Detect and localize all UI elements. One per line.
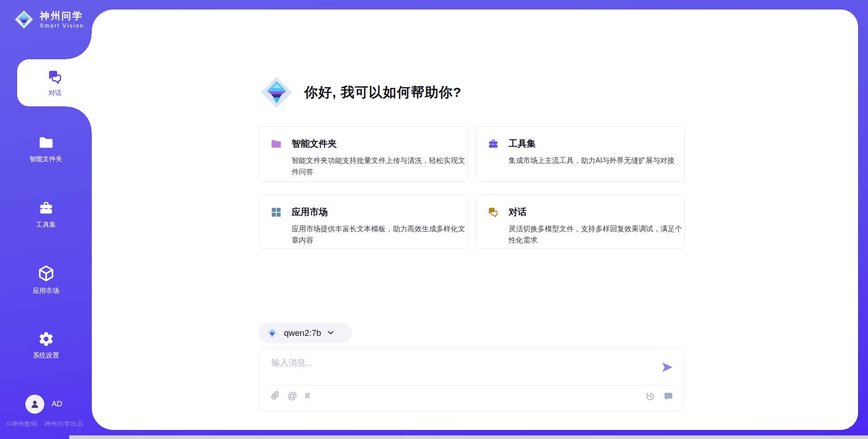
composer-right-tools xyxy=(645,391,674,401)
main-content-panel: 你好, 我可以如何帮助你? 智能文件夹 智能文件夹功能支持批量文件上传与清洗，轻… xyxy=(92,10,858,430)
sidebar-item-label: 系统设置 xyxy=(33,351,59,360)
user-initials: AD xyxy=(52,400,62,409)
brand-name: 神州问学 xyxy=(40,10,84,21)
card-description: 智能文件夹功能支持批量文件上传与清洗，轻松实现文件问答 xyxy=(292,155,466,177)
sidebar-item-settings[interactable]: 系统设置 xyxy=(0,331,92,360)
card-description: 集成市场上主流工具，助力AI与外界无缝扩展与对接 xyxy=(509,155,683,166)
brand: 神州问学 Smart Vision xyxy=(14,9,84,30)
mention-icon[interactable]: @ xyxy=(288,391,297,400)
toolbox-icon xyxy=(38,200,54,216)
copyright: ©神州数码 · 神州问学出品 xyxy=(6,420,84,428)
composer-tools: @ # xyxy=(270,391,310,400)
model-selector[interactable]: qwen2:7b xyxy=(259,323,352,343)
sidebar-item-chat[interactable]: 对话 xyxy=(17,59,93,106)
chat-bubble-icon[interactable] xyxy=(663,392,674,401)
card-toolset[interactable]: 工具集 集成市场上主流工具，助力AI与外界无缝扩展与对接 xyxy=(476,126,685,182)
card-chat[interactable]: 对话 灵活切换多模型文件，支持多样回复效果调试，满足个性化需求 xyxy=(476,195,685,249)
card-smart-folders[interactable]: 智能文件夹 智能文件夹功能支持批量文件上传与清洗，轻松实现文件问答 xyxy=(259,126,468,182)
card-description: 灵活切换多模型文件，支持多样回复效果调试，满足个性化需求 xyxy=(509,223,683,246)
composer-divider xyxy=(268,385,676,386)
brand-gem-icon xyxy=(259,75,294,110)
user-profile[interactable]: AD xyxy=(25,395,62,414)
tab-curve-bottom xyxy=(66,106,92,132)
app-root: 你好, 我可以如何帮助你? 智能文件夹 智能文件夹功能支持批量文件上传与清洗，轻… xyxy=(0,0,868,439)
brand-gem-icon xyxy=(14,9,34,30)
chat-icon xyxy=(487,206,499,218)
history-icon[interactable] xyxy=(645,391,655,401)
send-icon[interactable] xyxy=(660,361,674,374)
sidebar-item-label: 应用市场 xyxy=(33,286,59,295)
avatar xyxy=(25,395,44,414)
card-title: 应用市场 xyxy=(292,206,466,218)
model-name: qwen2:7b xyxy=(284,328,321,338)
folder-icon xyxy=(38,134,54,151)
card-title: 智能文件夹 xyxy=(292,138,466,150)
chevron-down-icon xyxy=(328,331,334,335)
gear-icon xyxy=(38,331,54,347)
message-input[interactable] xyxy=(270,355,552,371)
card-title: 对话 xyxy=(509,206,683,218)
sidebar-item-label: 工具集 xyxy=(36,220,56,229)
toolbox-icon xyxy=(487,138,499,150)
greeting: 你好, 我可以如何帮助你? xyxy=(259,75,462,110)
model-gem-icon xyxy=(266,327,278,339)
card-text: 工具集 集成市场上主流工具，助力AI与外界无缝扩展与对接 xyxy=(509,138,683,172)
card-text: 智能文件夹 智能文件夹功能支持批量文件上传与清洗，轻松实现文件问答 xyxy=(292,138,466,172)
greeting-title: 你好, 我可以如何帮助你? xyxy=(304,83,462,102)
grid-icon xyxy=(270,206,282,218)
hashtag-icon[interactable]: # xyxy=(305,391,310,400)
brand-text: 神州问学 Smart Vision xyxy=(40,10,84,29)
sidebar-item-toolset[interactable]: 工具集 xyxy=(0,200,92,229)
folder-icon xyxy=(270,138,282,150)
card-app-market[interactable]: 应用市场 应用市场提供丰富长文本模板，助力高效生成多样化文章内容 xyxy=(259,195,468,249)
sidebar-item-label: 对话 xyxy=(48,89,61,97)
person-icon xyxy=(29,398,41,410)
tab-curve-top xyxy=(66,34,92,59)
card-title: 工具集 xyxy=(509,138,683,150)
card-text: 对话 灵活切换多模型文件，支持多样回复效果调试，满足个性化需求 xyxy=(509,206,683,239)
attach-icon[interactable] xyxy=(270,391,280,400)
message-composer: @ # xyxy=(259,348,684,411)
chat-icon xyxy=(47,69,63,85)
sidebar-item-smart-folders[interactable]: 智能文件夹 xyxy=(0,134,92,163)
brand-subtitle: Smart Vision xyxy=(40,23,84,29)
horizontal-scrollbar[interactable] xyxy=(69,435,868,439)
cube-icon xyxy=(37,264,55,282)
sidebar-item-label: 智能文件夹 xyxy=(29,155,62,163)
card-text: 应用市场 应用市场提供丰富长文本模板，助力高效生成多样化文章内容 xyxy=(292,206,466,239)
card-description: 应用市场提供丰富长文本模板，助力高效生成多样化文章内容 xyxy=(292,223,466,246)
sidebar-item-app-market[interactable]: 应用市场 xyxy=(0,264,92,295)
